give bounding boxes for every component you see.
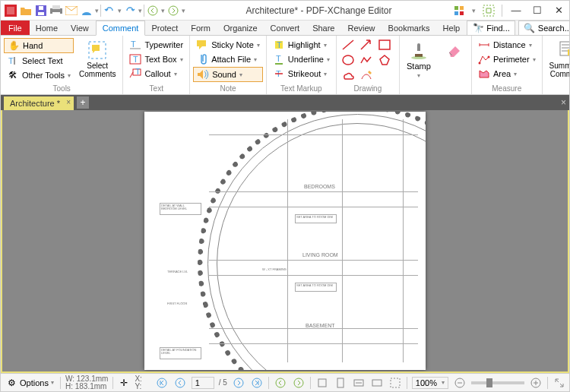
tab-view[interactable]: View bbox=[65, 21, 96, 35]
oval-icon[interactable] bbox=[340, 53, 356, 67]
close-doc-icon[interactable]: × bbox=[66, 98, 71, 106]
tab-bookmarks[interactable]: Bookmarks bbox=[382, 21, 437, 35]
typewriter-icon: T bbox=[129, 39, 141, 51]
ribbon: ✋Hand TSelect Text 🛠Other Tools▾ Select … bbox=[1, 36, 569, 95]
file-tab[interactable]: File bbox=[1, 21, 30, 35]
scan-icon[interactable] bbox=[80, 4, 93, 17]
hand-icon: ✋ bbox=[8, 40, 20, 52]
strikeout-icon: T bbox=[273, 68, 285, 80]
redo-icon[interactable] bbox=[123, 4, 137, 17]
close-all-icon[interactable]: × bbox=[561, 97, 566, 108]
titlebar: ▾ ▾ ▾ ▾ ▾ Architecture* - PDF-XChange Ed… bbox=[1, 1, 569, 21]
find-button[interactable]: 🔭Find... bbox=[467, 21, 515, 36]
zoom-slider[interactable] bbox=[471, 381, 524, 384]
print-icon[interactable] bbox=[49, 4, 63, 17]
options-button[interactable]: ⚙Options▾ bbox=[4, 375, 55, 390]
group-stamp: Stamp ▾ bbox=[400, 36, 438, 94]
arrow-icon[interactable] bbox=[358, 38, 375, 52]
tab-review[interactable]: Review bbox=[341, 21, 382, 35]
area-button[interactable]: Area▾ bbox=[475, 67, 539, 81]
next-page-icon[interactable] bbox=[232, 376, 245, 390]
zoom-fitpage-icon[interactable] bbox=[334, 376, 347, 390]
zoom-fitvisible-icon[interactable] bbox=[370, 376, 384, 390]
highlight-button[interactable]: THighlight▾ bbox=[270, 38, 333, 52]
sticky-note-button[interactable]: Sticky Note▾ bbox=[193, 38, 263, 52]
nav-back2-icon[interactable] bbox=[274, 376, 287, 390]
zoom-rect-icon[interactable] bbox=[388, 376, 402, 390]
svg-text:T: T bbox=[8, 56, 14, 65]
crosshair-icon: ✛ bbox=[118, 377, 130, 389]
callout-button[interactable]: TCallout▾ bbox=[126, 67, 186, 81]
svg-rect-6 bbox=[52, 12, 60, 16]
summarize-comments-button[interactable]: Summarize Comments bbox=[546, 38, 570, 81]
tab-form[interactable]: Form bbox=[185, 21, 217, 35]
attach-file-button[interactable]: Attach File▾ bbox=[193, 52, 263, 66]
nav-fwd-icon[interactable] bbox=[166, 4, 180, 17]
svg-rect-26 bbox=[379, 40, 390, 49]
maximize-button[interactable]: ☐ bbox=[530, 3, 545, 18]
last-page-icon[interactable] bbox=[250, 376, 264, 390]
prev-page-icon[interactable] bbox=[173, 376, 187, 390]
tab-home[interactable]: Home bbox=[30, 21, 65, 35]
svg-rect-42 bbox=[372, 380, 382, 386]
eraser-button[interactable] bbox=[441, 38, 468, 62]
minimize-button[interactable]: — bbox=[508, 3, 524, 18]
svg-point-28 bbox=[411, 56, 426, 59]
group-textmarkup: THighlight▾ TUnderline▾ TStrikeout▾ Text… bbox=[267, 36, 337, 94]
paperclip-icon bbox=[196, 53, 208, 65]
sound-button[interactable]: Sound▾ bbox=[193, 67, 263, 82]
open-icon[interactable] bbox=[19, 4, 33, 17]
first-page-icon[interactable] bbox=[155, 376, 169, 390]
nav-fwd2-icon[interactable] bbox=[292, 376, 306, 390]
tab-convert[interactable]: Convert bbox=[264, 21, 307, 35]
expand-icon[interactable] bbox=[553, 376, 566, 390]
email-icon[interactable] bbox=[65, 4, 78, 17]
polygon-icon[interactable] bbox=[376, 53, 393, 67]
app-icon[interactable] bbox=[4, 4, 17, 17]
add-doc-tab[interactable]: + bbox=[77, 96, 89, 109]
tab-protect[interactable]: Protect bbox=[145, 21, 185, 35]
tab-help[interactable]: Help bbox=[437, 21, 467, 35]
nav-back-icon[interactable] bbox=[146, 4, 160, 17]
group-measure: Distance▾ Perimeter▾ Area▾ Measure bbox=[472, 36, 543, 94]
svg-rect-12 bbox=[454, 11, 458, 15]
rect-icon[interactable] bbox=[376, 38, 393, 52]
zoom-fitwidth-icon[interactable] bbox=[352, 376, 366, 390]
typewriter-button[interactable]: TTypewriter bbox=[126, 38, 186, 52]
zoom-in-icon[interactable] bbox=[529, 376, 543, 390]
perimeter-button[interactable]: Perimeter▾ bbox=[475, 52, 539, 66]
select-text-tool[interactable]: TSelect Text bbox=[4, 54, 74, 68]
launch-icon[interactable] bbox=[482, 4, 496, 17]
textbox-button[interactable]: TText Box▾ bbox=[126, 52, 186, 66]
svg-point-9 bbox=[169, 6, 178, 15]
ui-options-icon[interactable] bbox=[452, 4, 466, 17]
line-icon[interactable] bbox=[340, 38, 356, 52]
svg-rect-39 bbox=[318, 379, 326, 387]
doc-tabs: Architecture *× + × bbox=[1, 95, 569, 110]
hand-tool[interactable]: ✋Hand bbox=[4, 38, 74, 53]
svg-text:T: T bbox=[135, 68, 141, 76]
zoom-out-icon[interactable] bbox=[453, 376, 467, 390]
close-button[interactable]: ✕ bbox=[551, 3, 566, 18]
stamp-button[interactable]: Stamp ▾ bbox=[403, 38, 435, 81]
search-button[interactable]: 🔍Search... bbox=[518, 21, 570, 36]
tab-organize[interactable]: Organize bbox=[217, 21, 264, 35]
polyline-icon[interactable] bbox=[358, 53, 375, 67]
pencil-icon[interactable] bbox=[358, 68, 375, 82]
tab-share[interactable]: Share bbox=[306, 21, 341, 35]
doc-tab-architecture[interactable]: Architecture *× bbox=[4, 96, 74, 110]
cloud-icon[interactable] bbox=[340, 68, 356, 82]
strikeout-button[interactable]: TStrikeout▾ bbox=[270, 67, 333, 81]
window-title: Architecture* - PDF-XChange Editor bbox=[185, 5, 452, 16]
zoom-actual-icon[interactable] bbox=[315, 376, 329, 390]
other-tools[interactable]: 🛠Other Tools▾ bbox=[4, 68, 74, 82]
distance-button[interactable]: Distance▾ bbox=[475, 38, 539, 52]
save-icon[interactable] bbox=[34, 4, 48, 17]
tab-comment[interactable]: Comment bbox=[96, 21, 146, 36]
zoom-input[interactable]: 100%▾ bbox=[412, 377, 448, 389]
page-input[interactable]: 1 bbox=[192, 377, 214, 389]
select-comments-button[interactable]: Select Comments bbox=[75, 38, 119, 81]
undo-icon[interactable] bbox=[103, 4, 116, 17]
document-viewport[interactable]: BEDROOMS LIVING ROOM BASEMENT DETAIL AT … bbox=[1, 110, 569, 373]
underline-button[interactable]: TUnderline▾ bbox=[270, 52, 333, 66]
